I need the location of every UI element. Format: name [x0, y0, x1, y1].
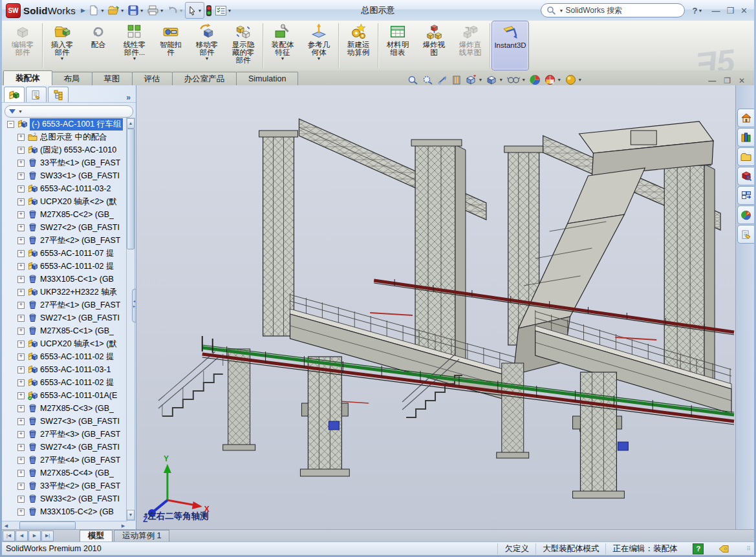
tree-item[interactable]: + 6553-AC-1011-03-2 [2, 182, 127, 195]
search-results-tab[interactable] [737, 167, 754, 185]
open-button[interactable]: ▼ [106, 3, 126, 18]
rotate-view-button[interactable] [437, 75, 448, 85]
instant3d-button[interactable]: Instant3D [491, 21, 529, 70]
tree-vscroll-thumb[interactable] [127, 129, 135, 249]
tab-办公室产品[interactable]: 办公室产品 [172, 72, 237, 85]
move-component-button[interactable]: 移动零部件 ▼ [189, 21, 225, 70]
tree-item[interactable]: + SW27<4> (GB_FASTI [2, 441, 127, 454]
tree-item[interactable]: + 6553-AC-1011-02 提 [2, 350, 127, 363]
toolbar-expand-icon[interactable]: ▶ [81, 5, 87, 16]
expand-toggle-icon[interactable]: + [17, 237, 25, 244]
dropdown-caret-icon[interactable]: ▼ [205, 56, 210, 61]
bill-of-materials-button[interactable]: 材料明细表 [380, 21, 416, 70]
expand-toggle-icon[interactable]: + [17, 366, 25, 373]
expand-toggle-icon[interactable]: + [17, 289, 25, 296]
tab-布局[interactable]: 布局 [52, 72, 92, 85]
maximize-button[interactable]: ❒ [726, 6, 734, 16]
document-minimize-button[interactable]: — [708, 76, 716, 85]
show-hidden-components-button[interactable]: 显示隐藏的零部件 [225, 21, 261, 70]
edit-appearance-button[interactable]: ▼ [565, 74, 582, 85]
expand-toggle-icon[interactable]: + [17, 250, 25, 257]
expand-toggle-icon[interactable]: + [17, 509, 25, 516]
expand-toggle-icon[interactable]: + [17, 341, 25, 348]
help-button[interactable]: ? [693, 6, 698, 16]
dropdown-caret-icon[interactable]: ▼ [478, 78, 482, 82]
tree-item[interactable]: + 6553-AC-1011-02 提 [2, 260, 127, 273]
help-caret-icon[interactable]: ▼ [698, 8, 703, 13]
dropdown-caret-icon[interactable]: ▼ [578, 78, 582, 82]
dropdown-caret-icon[interactable]: ▼ [120, 8, 125, 13]
model-tab-模型[interactable]: 模型 [80, 530, 113, 542]
expand-toggle-icon[interactable]: + [17, 198, 25, 205]
tab-Simulation[interactable]: Simulation [236, 72, 298, 85]
expand-toggle-icon[interactable]: + [17, 147, 25, 154]
dropdown-caret-icon[interactable]: ▼ [228, 8, 232, 13]
tab-scroll-first-button[interactable]: |◀ [3, 531, 15, 541]
tab-装配体[interactable]: 装配体 [3, 70, 52, 85]
file-explorer-tab[interactable] [737, 147, 754, 166]
tree-item[interactable]: + 27平垫<2> (GB_FAST [2, 234, 127, 247]
expand-toggle-icon[interactable]: + [17, 418, 25, 425]
expand-toggle-icon[interactable]: + [17, 276, 25, 283]
dropdown-caret-icon[interactable]: ▼ [160, 8, 164, 13]
print-button[interactable]: ▼ [146, 3, 166, 18]
tab-scroll-last-button[interactable]: ▶| [41, 531, 54, 541]
assembly-features-button[interactable]: 装配体特征 ▼ [265, 21, 301, 70]
expand-toggle-icon[interactable]: + [17, 470, 25, 477]
reference-geometry-button[interactable]: 参考几何体 ▼ [301, 21, 337, 70]
expand-toggle-icon[interactable]: + [17, 328, 25, 335]
tree-item[interactable]: + 6553-AC-1011-01A(E [2, 389, 127, 402]
appearances-scenes-tab[interactable] [737, 205, 754, 224]
resize-grip-icon[interactable]: ⠿ [746, 545, 751, 552]
new-document-button[interactable]: ▼ [87, 3, 106, 18]
feature-tree-tab[interactable] [4, 87, 25, 102]
tree-item[interactable]: + 33平垫<2> (GB_FAST [2, 479, 127, 492]
expand-toggle-icon[interactable]: + [17, 185, 25, 193]
undo-button[interactable]: ▼ [166, 3, 185, 18]
model-tab-运动算例 1[interactable]: 运动算例 1 [114, 530, 169, 542]
solidworks-resources-tab[interactable] [737, 109, 754, 127]
insert-component-button[interactable]: 插入零部件 ▼ [44, 21, 80, 70]
exploded-view-button[interactable]: 爆炸视图 [416, 21, 452, 70]
dropdown-caret-icon[interactable]: ▼ [60, 56, 65, 61]
custom-properties-tab[interactable] [737, 225, 754, 244]
tree-item[interactable]: + M27X85-C<4> (GB_ [2, 467, 127, 479]
options-button[interactable]: ▼ [213, 3, 233, 18]
smart-fasteners-button[interactable]: 智能扣件 [153, 21, 189, 70]
tree-horizontal-scrollbar[interactable]: ◀ ▶ [2, 521, 127, 530]
search-scope-caret-icon[interactable]: ▼ [559, 8, 564, 13]
tab-草图[interactable]: 草图 [92, 72, 133, 85]
expand-toggle-icon[interactable]: + [17, 483, 25, 490]
expand-toggle-icon[interactable]: + [17, 263, 25, 270]
minimize-button[interactable]: — [711, 6, 720, 16]
dropdown-caret-icon[interactable]: ▼ [100, 8, 105, 13]
expand-toggle-icon[interactable]: + [17, 211, 25, 218]
tree-item[interactable]: + UCPX20 轴承<1> (默 [2, 337, 127, 350]
crane-unit-left[interactable] [158, 119, 519, 476]
tree-item[interactable]: + M33X105-C<2> (GB [2, 505, 127, 518]
model-canvas[interactable]: Y X Z [136, 85, 735, 530]
hide-show-items-button[interactable]: ▼ [507, 75, 526, 85]
section-view-button[interactable] [452, 75, 462, 85]
tree-item[interactable]: + M27X85-C<2> (GB_ [2, 208, 127, 221]
zoom-area-button[interactable] [422, 75, 433, 85]
graphics-viewport[interactable]: Y X Z *左右二等角轴测 [136, 85, 735, 530]
dropdown-caret-icon[interactable]: ▼ [198, 8, 202, 13]
expand-toggle-icon[interactable]: + [17, 431, 25, 438]
expand-toggle-icon[interactable]: − [7, 121, 14, 128]
tree-item[interactable]: + SW27<3> (GB_FASTI [2, 415, 127, 428]
tree-item[interactable]: + 27平垫<4> (GB_FAST [2, 454, 127, 467]
quick-tips-button[interactable]: ? [693, 543, 704, 554]
tree-item[interactable]: + 6553-AC-1011-02 提 [2, 376, 127, 389]
tree-item[interactable]: + M33X105-C<1> (GB [2, 273, 127, 286]
view-settings-button[interactable]: ▼ [545, 74, 561, 85]
tab-评估[interactable]: 评估 [132, 72, 173, 85]
tree-item[interactable]: − (-) 6553-AC-1001 行车组 [2, 118, 127, 131]
expand-toggle-icon[interactable]: + [17, 302, 25, 309]
expand-toggle-icon[interactable]: + [17, 353, 25, 361]
rebuild-button[interactable] [204, 3, 213, 18]
expand-toggle-icon[interactable]: + [17, 457, 25, 464]
tree-item[interactable]: + 27平垫<1> (GB_FAST [2, 299, 127, 311]
tree-item[interactable]: + UKP322+H2322 轴承 [2, 286, 127, 299]
close-button[interactable]: ✕ [740, 6, 748, 16]
